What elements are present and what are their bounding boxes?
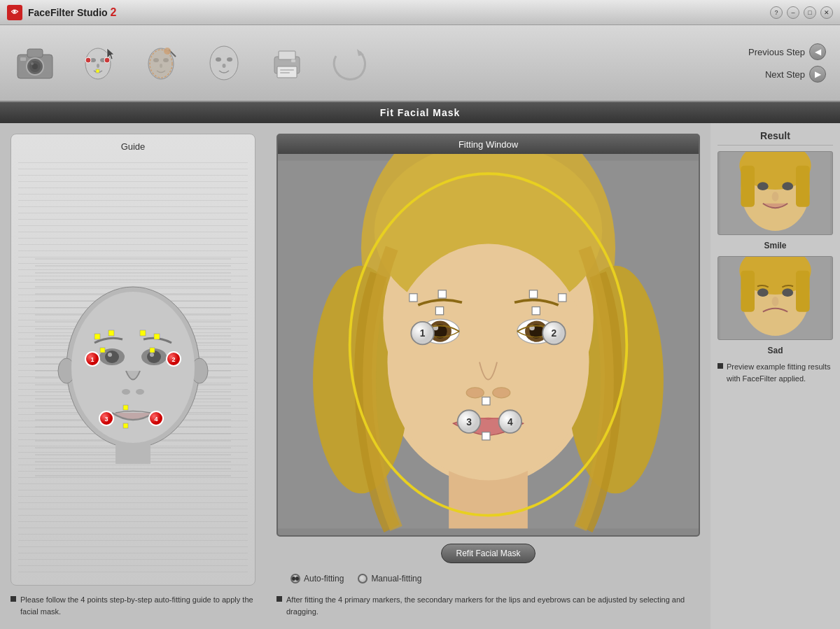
save-icon <box>329 42 371 84</box>
svg-rect-88 <box>529 290 537 298</box>
svg-rect-1 <box>27 49 43 57</box>
fitting-info-item: After fitting the 4 primary markers, the… <box>276 594 700 619</box>
svg-point-47 <box>150 353 154 357</box>
svg-point-43 <box>105 351 119 363</box>
svg-point-108 <box>782 182 793 190</box>
step-title-text: Fit Facial Mask <box>380 107 461 118</box>
next-step-button[interactable]: Next Step ▶ <box>765 66 826 83</box>
toolbar-face-points[interactable] <box>77 42 119 84</box>
svg-point-83 <box>466 388 484 398</box>
auto-fitting-radio[interactable] <box>290 574 300 584</box>
svg-rect-6 <box>20 57 26 61</box>
fitting-info-text: After fitting the 4 primary markers, the… <box>286 594 700 619</box>
maximize-button[interactable]: □ <box>804 6 816 19</box>
fitting-mode-controls: Auto-fitting Manual-fitting <box>276 570 700 587</box>
result-info-text: Preview example fitting results with Fac… <box>727 361 833 384</box>
middle-panel: Fitting Window <box>266 123 710 629</box>
svg-point-26 <box>227 57 232 62</box>
result-smile-label: Smile <box>718 241 833 250</box>
svg-text:2: 2 <box>172 356 175 363</box>
svg-rect-106 <box>796 166 810 207</box>
bullet-icon-2 <box>276 596 282 602</box>
svg-text:3: 3 <box>466 417 472 427</box>
result-preview-sad <box>718 256 833 340</box>
svg-rect-114 <box>796 271 810 312</box>
toolbar-face-preview[interactable] <box>203 42 245 84</box>
fitting-window-content[interactable]: 1 2 3 4 <box>278 154 699 535</box>
svg-point-44 <box>108 353 112 357</box>
prev-step-button[interactable]: Previous Step ◀ <box>748 43 826 60</box>
svg-point-117 <box>772 297 779 306</box>
svg-text:1: 1 <box>90 356 94 363</box>
toolbar: Previous Step ◀ Next Step ▶ <box>0 25 840 102</box>
svg-text:4: 4 <box>154 416 158 423</box>
bullet-icon <box>10 596 16 602</box>
guide-face-area: 1 2 3 4 <box>18 157 248 578</box>
bullet-icon-3 <box>718 363 723 369</box>
svg-text:3: 3 <box>104 416 108 423</box>
result-info: Preview example fitting results with Fac… <box>718 361 833 384</box>
face-mask-icon <box>140 42 182 84</box>
toolbar-icons <box>14 42 826 84</box>
close-button[interactable]: ✕ <box>820 6 833 19</box>
svg-point-48 <box>122 389 130 395</box>
camera-icon <box>14 42 56 84</box>
svg-rect-50 <box>94 334 100 339</box>
svg-point-84 <box>493 388 510 398</box>
auto-fitting-option[interactable]: Auto-fitting <box>290 574 344 584</box>
svg-point-107 <box>757 182 769 190</box>
svg-rect-51 <box>108 330 114 336</box>
toolbar-open-photo[interactable] <box>14 42 56 84</box>
svg-point-24 <box>210 46 238 80</box>
guide-text: Please follow the 4 points step-by-step … <box>10 594 255 619</box>
app-title: FaceFilter Studio 2 <box>28 6 116 19</box>
svg-point-10 <box>97 64 99 68</box>
toolbar-print[interactable] <box>266 42 308 84</box>
svg-rect-60 <box>123 405 128 410</box>
print-icon <box>266 42 308 84</box>
svg-point-109 <box>772 192 779 202</box>
refit-button[interactable]: Refit Facial Mask <box>441 544 535 563</box>
left-panel: Guide <box>0 123 266 629</box>
prev-step-label: Previous Step <box>748 47 805 57</box>
svg-rect-33 <box>291 59 295 62</box>
right-panel: Result Smile <box>710 123 840 629</box>
result-sad-label: Sad <box>718 346 833 355</box>
svg-rect-95 <box>532 307 540 315</box>
svg-rect-97 <box>482 432 490 440</box>
svg-rect-86 <box>410 294 417 302</box>
svg-point-5 <box>31 62 34 65</box>
manual-fitting-option[interactable]: Manual-fitting <box>358 574 421 584</box>
fitting-face-svg: 1 2 3 4 <box>278 154 699 535</box>
svg-rect-29 <box>279 51 295 59</box>
svg-rect-53 <box>154 334 160 339</box>
svg-point-15 <box>85 57 91 63</box>
toolbar-face-mask[interactable] <box>140 42 182 84</box>
guide-box: Guide <box>10 134 255 586</box>
svg-point-74 <box>388 243 589 480</box>
svg-rect-61 <box>123 423 128 428</box>
manual-fitting-radio[interactable] <box>358 574 368 584</box>
guide-face-svg: 1 2 3 4 <box>35 255 231 479</box>
step-title-bar: Fit Facial Mask <box>0 102 840 123</box>
svg-rect-32 <box>280 72 290 73</box>
title-bar: 👁 FaceFilter Studio 2 ? – □ ✕ <box>0 0 840 25</box>
toolbar-save[interactable] <box>329 42 371 84</box>
svg-text:1: 1 <box>420 328 426 339</box>
auto-fitting-label: Auto-fitting <box>304 574 344 584</box>
smile-preview-svg <box>718 152 832 234</box>
app-version: 2 <box>110 6 116 18</box>
svg-point-27 <box>223 64 226 68</box>
result-preview-smile <box>718 151 833 235</box>
help-button[interactable]: ? <box>770 6 783 19</box>
minimize-button[interactable]: – <box>787 6 799 19</box>
refit-row: Refit Facial Mask <box>276 544 700 563</box>
fitting-info: After fitting the 4 primary markers, the… <box>276 594 700 619</box>
fitting-window-title: Fitting Window <box>278 135 699 154</box>
svg-text:2: 2 <box>552 328 557 339</box>
prev-arrow-icon: ◀ <box>809 43 826 60</box>
result-title: Result <box>718 130 833 146</box>
next-step-label: Next Step <box>765 69 805 80</box>
svg-rect-96 <box>482 397 490 405</box>
svg-rect-94 <box>435 307 443 315</box>
